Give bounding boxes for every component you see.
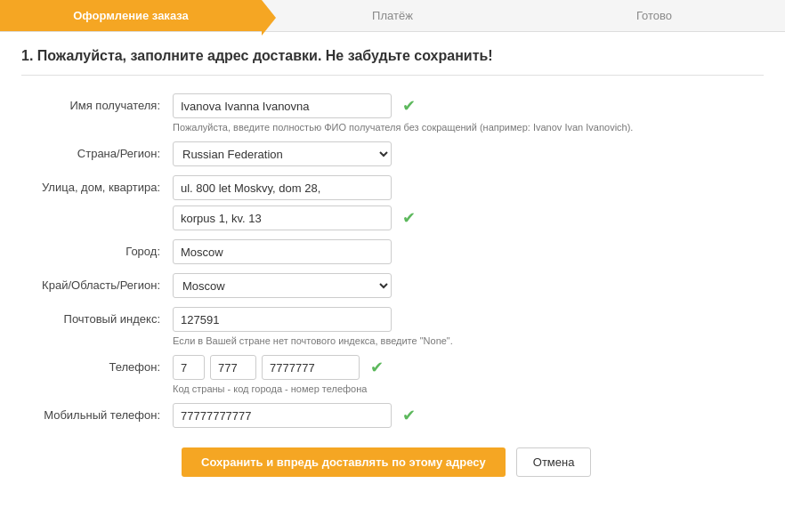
- phone-checkmark: ✔: [370, 359, 384, 375]
- step-payment-label: Платёж: [372, 9, 413, 22]
- country-row: Страна/Регион: Russian Federation United…: [30, 141, 755, 166]
- mobile-label: Мобильный телефон:: [30, 403, 173, 422]
- step-order[interactable]: Оформление заказа: [0, 0, 262, 31]
- country-field: Russian Federation United States Germany…: [173, 141, 755, 166]
- main-content: 1. Пожалуйста, заполните адрес доставки.…: [0, 32, 785, 493]
- mobile-input[interactable]: [173, 403, 392, 428]
- mobile-row: Мобильный телефон: ✔: [30, 403, 755, 428]
- phone-row: Телефон: ✔ Код страны - код города - ном…: [30, 355, 755, 394]
- phone-field: ✔ Код страны - код города - номер телефо…: [173, 355, 755, 394]
- delivery-form: Имя получателя: ✔ Пожалуйста, введите по…: [21, 93, 764, 477]
- recipient-input-row: ✔: [173, 93, 755, 118]
- country-select-row: Russian Federation United States Germany…: [173, 141, 755, 166]
- address-label: Улица, дом, квартира:: [30, 175, 173, 194]
- postal-input-row: [173, 307, 755, 332]
- address-row: Улица, дом, квартира: ✔: [30, 175, 755, 230]
- postal-row: Почтовый индекс: Если в Вашей стране нет…: [30, 307, 755, 346]
- address-field: ✔: [173, 175, 755, 230]
- region-field: Moscow Saint Petersburg Novosibirsk Othe…: [173, 273, 755, 298]
- city-field: [173, 239, 755, 264]
- phone-prefix-input[interactable]: [173, 355, 205, 380]
- step-done-label: Готово: [636, 9, 672, 22]
- country-select[interactable]: Russian Federation United States Germany…: [173, 141, 392, 166]
- recipient-label: Имя получателя:: [30, 93, 173, 112]
- address-line1-input[interactable]: [173, 175, 392, 200]
- address-line1-row: [173, 175, 755, 200]
- recipient-checkmark: ✔: [402, 98, 416, 114]
- recipient-hint: Пожалуйста, введите полностью ФИО получа…: [173, 122, 755, 133]
- city-input[interactable]: [173, 239, 392, 264]
- mobile-checkmark: ✔: [402, 407, 416, 423]
- mobile-input-row: ✔: [173, 403, 755, 428]
- address-line2-input[interactable]: [173, 206, 392, 230]
- phone-city-input[interactable]: [210, 355, 256, 380]
- step-order-label: Оформление заказа: [73, 9, 189, 22]
- phone-label: Телефон:: [30, 355, 173, 374]
- recipient-input[interactable]: [173, 93, 392, 118]
- step-payment[interactable]: Платёж: [262, 0, 523, 31]
- recipient-field: ✔ Пожалуйста, введите полностью ФИО полу…: [173, 93, 755, 133]
- region-label: Край/Область/Регион:: [30, 273, 173, 292]
- city-label: Город:: [30, 239, 173, 258]
- page-title: 1. Пожалуйста, заполните адрес доставки.…: [21, 48, 764, 76]
- postal-field: Если в Вашей стране нет почтового индекс…: [173, 307, 755, 346]
- region-select-row: Moscow Saint Petersburg Novosibirsk Othe…: [173, 273, 755, 298]
- region-row: Край/Область/Регион: Moscow Saint Peters…: [30, 273, 755, 298]
- region-select[interactable]: Moscow Saint Petersburg Novosibirsk Othe…: [173, 273, 392, 298]
- save-button[interactable]: Сохранить и впредь доставлять по этому а…: [182, 447, 506, 477]
- city-row: Город:: [30, 239, 755, 264]
- address-line2-row: ✔: [173, 206, 755, 230]
- postal-hint: Если в Вашей стране нет почтового индекс…: [173, 335, 755, 346]
- phone-number-input[interactable]: [262, 355, 360, 380]
- mobile-field: ✔: [173, 403, 755, 428]
- city-input-row: [173, 239, 755, 264]
- steps-bar: Оформление заказа Платёж Готово: [0, 0, 785, 32]
- step-done[interactable]: Готово: [523, 0, 785, 31]
- phone-inputs-row: ✔: [173, 355, 755, 380]
- postal-input[interactable]: [173, 307, 392, 332]
- country-label: Страна/Регион:: [30, 141, 173, 160]
- address-checkmark: ✔: [402, 210, 416, 226]
- cancel-button[interactable]: Отмена: [516, 447, 592, 477]
- recipient-row: Имя получателя: ✔ Пожалуйста, введите по…: [30, 93, 755, 133]
- form-buttons: Сохранить и впредь доставлять по этому а…: [30, 447, 755, 477]
- postal-label: Почтовый индекс:: [30, 307, 173, 326]
- phone-hint: Код страны - код города - номер телефона: [173, 383, 755, 394]
